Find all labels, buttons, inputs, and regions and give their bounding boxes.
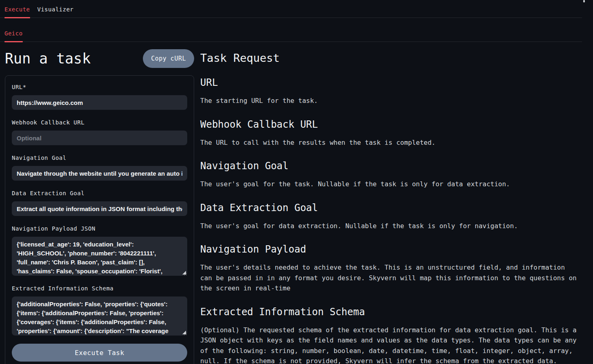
tab-visualizer[interactable]: Visualizer <box>37 6 74 17</box>
doc-section-navigation-payload: Navigation Payload The user's details ne… <box>200 244 580 294</box>
doc-section-data-extraction-goal: Data Extraction Goal The user's goal for… <box>200 202 580 231</box>
page-title: Run a task <box>5 50 91 67</box>
doc-section-url: URL The starting URL for the task. <box>200 77 580 106</box>
navigation-goal-label: Navigation Goal <box>12 155 187 161</box>
field-webhook: Webhook Callback URL <box>12 119 187 145</box>
doc-body: (Optional) The requested schema of the e… <box>200 325 580 364</box>
doc-body: The URL to call with the results when th… <box>200 137 580 148</box>
extracted-schema-label: Extracted Information Schema <box>12 285 187 292</box>
page-scrollbar-thumb[interactable] <box>583 0 585 2</box>
task-form-card: URL* Webhook Callback URL Navigation Goa… <box>5 75 194 364</box>
tab-geico[interactable]: Geico <box>4 30 23 41</box>
doc-body: The user's goal for the task. Nullable i… <box>200 179 580 190</box>
tab-execute[interactable]: Execute <box>4 6 30 17</box>
data-extraction-goal-input[interactable] <box>12 201 187 216</box>
doc-body: The user's goal for data extraction. Nul… <box>200 221 580 231</box>
field-data-extraction-goal: Data Extraction Goal <box>12 190 187 216</box>
navigation-payload-textarea[interactable]: {'licensed_at_age': 19, 'education_level… <box>12 237 187 276</box>
webhook-label: Webhook Callback URL <box>12 119 187 126</box>
doc-heading: URL <box>200 77 580 88</box>
doc-section-extracted-schema: Extracted Information Schema (Optional) … <box>200 306 580 364</box>
content-area: Run a task Copy cURL URL* Webhook Callba… <box>0 47 582 364</box>
doc-heading: Webhook Callback URL <box>200 119 580 130</box>
doc-body: The user's details needed to achieve the… <box>200 262 580 294</box>
field-url: URL* <box>12 84 187 110</box>
doc-heading: Navigation Payload <box>200 244 580 255</box>
doc-body: The starting URL for the task. <box>200 96 580 106</box>
docs-panel: Task Request URL The starting URL for th… <box>194 47 582 364</box>
url-label: URL* <box>12 84 187 90</box>
navigation-payload-label: Navigation Payload JSON <box>12 225 187 232</box>
doc-heading: Data Extraction Goal <box>200 202 580 214</box>
field-navigation-payload: Navigation Payload JSON {'licensed_at_ag… <box>12 225 187 276</box>
top-tab-bar: Execute Visualizer <box>0 0 582 18</box>
form-header: Run a task Copy cURL <box>5 49 194 68</box>
extracted-schema-textarea[interactable]: {'additionalProperties': False, 'propert… <box>12 296 187 336</box>
field-extracted-schema: Extracted Information Schema {'additiona… <box>12 285 187 336</box>
sub-tab-bar: Geico <box>0 18 582 42</box>
url-input[interactable] <box>12 95 187 110</box>
field-navigation-goal: Navigation Goal <box>12 155 187 181</box>
copy-curl-button[interactable]: Copy cURL <box>143 49 194 68</box>
docs-title: Task Request <box>200 52 580 64</box>
main-layout: Execute Visualizer Geico Run a task Copy… <box>0 0 582 364</box>
doc-section-navigation-goal: Navigation Goal The user's goal for the … <box>200 160 580 190</box>
doc-section-webhook: Webhook Callback URL The URL to call wit… <box>200 119 580 148</box>
execute-task-button[interactable]: Execute Task <box>12 344 187 362</box>
navigation-goal-input[interactable] <box>12 166 187 181</box>
data-extraction-goal-label: Data Extraction Goal <box>12 190 187 196</box>
task-form-column: Run a task Copy cURL URL* Webhook Callba… <box>5 47 194 364</box>
doc-heading: Extracted Information Schema <box>200 306 580 318</box>
doc-heading: Navigation Goal <box>200 160 580 172</box>
webhook-input[interactable] <box>12 131 187 145</box>
